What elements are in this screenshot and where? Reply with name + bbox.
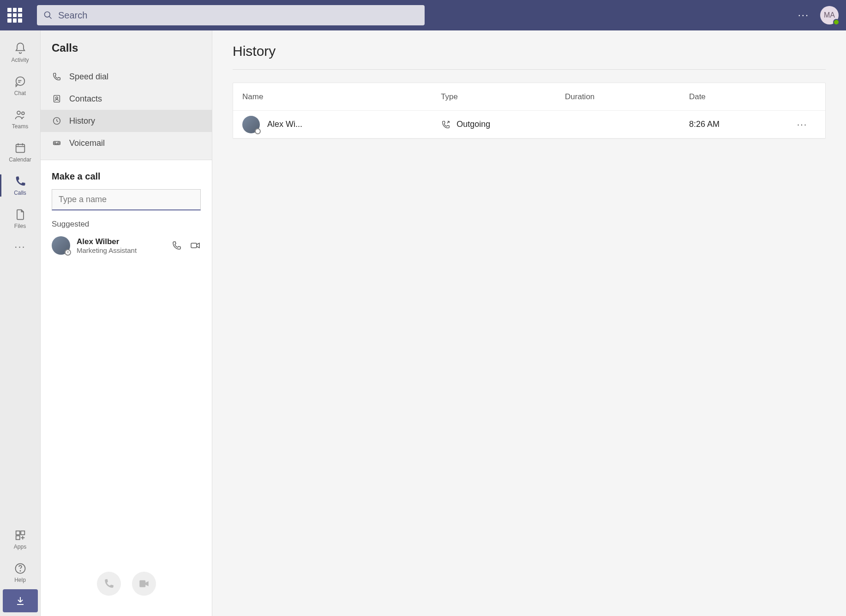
avatar-initials: MA xyxy=(824,11,835,19)
help-icon xyxy=(14,562,27,575)
search-input[interactable] xyxy=(58,10,418,21)
rail-calls[interactable]: Calls xyxy=(0,169,41,202)
download-button[interactable] xyxy=(3,589,38,612)
nav-label: Voicemail xyxy=(69,138,105,148)
teams-icon xyxy=(14,108,27,121)
phone-fill-icon xyxy=(103,578,115,590)
outgoing-call-icon xyxy=(441,120,451,130)
row-type: Outgoing xyxy=(456,120,490,129)
suggested-contact[interactable]: Alex Wilber Marketing Assistant xyxy=(52,236,201,255)
rail-help[interactable]: Help xyxy=(0,556,41,589)
panel-title: Calls xyxy=(52,42,201,54)
col-duration: Duration xyxy=(565,92,689,102)
download-icon xyxy=(15,595,26,606)
video-fill-icon xyxy=(138,578,150,590)
row-more-button[interactable]: ··· xyxy=(788,119,816,130)
row-avatar xyxy=(242,116,260,133)
rail-label: Apps xyxy=(14,544,26,550)
rail-more[interactable]: ··· xyxy=(0,235,41,258)
svg-point-3 xyxy=(17,111,20,114)
profile-avatar[interactable]: MA xyxy=(820,6,839,24)
apps-icon xyxy=(14,529,27,542)
rail-label: Calendar xyxy=(9,156,31,163)
audio-call-button[interactable] xyxy=(97,572,121,596)
search-icon xyxy=(43,11,53,20)
calls-panel: Calls Speed dial Contacts History Voicem… xyxy=(41,30,212,616)
app-launcher-icon[interactable] xyxy=(7,8,22,23)
rail-label: Calls xyxy=(14,190,26,196)
audio-call-icon[interactable] xyxy=(171,240,182,251)
nav-history[interactable]: History xyxy=(41,110,212,132)
col-name: Name xyxy=(242,92,441,102)
nav-voicemail[interactable]: Voicemail xyxy=(41,132,212,154)
search-box[interactable] xyxy=(37,5,425,25)
contact-role: Marketing Assistant xyxy=(77,246,165,254)
suggested-label: Suggested xyxy=(52,220,201,229)
voicemail-icon xyxy=(52,138,62,148)
svg-point-13 xyxy=(20,571,20,571)
rail-files[interactable]: Files xyxy=(0,202,41,235)
presence-offline-icon xyxy=(255,128,261,134)
nav-contacts[interactable]: Contacts xyxy=(41,88,212,110)
contact-avatar xyxy=(52,236,70,255)
file-icon xyxy=(14,208,27,221)
table-row[interactable]: Alex Wi... Outgoing 8:26 AM ··· xyxy=(233,111,825,138)
svg-rect-5 xyxy=(16,144,24,153)
more-icon: ··· xyxy=(14,241,25,253)
svg-rect-21 xyxy=(191,243,197,248)
contact-name: Alex Wilber xyxy=(77,237,165,246)
chat-icon xyxy=(14,75,27,88)
svg-point-4 xyxy=(21,112,24,115)
make-call-title: Make a call xyxy=(52,171,201,182)
rail-teams[interactable]: Teams xyxy=(0,102,41,136)
rail-apps[interactable]: Apps xyxy=(0,523,41,556)
col-date: Date xyxy=(689,92,788,102)
col-type: Type xyxy=(441,92,565,102)
phone-outline-icon xyxy=(52,72,62,82)
topbar: ··· MA xyxy=(0,0,846,30)
app-rail: Activity Chat Teams Calendar Calls Files… xyxy=(0,30,41,616)
nav-speed-dial[interactable]: Speed dial xyxy=(41,66,212,88)
rail-calendar[interactable]: Calendar xyxy=(0,136,41,169)
rail-chat[interactable]: Chat xyxy=(0,69,41,102)
name-input[interactable] xyxy=(52,189,201,210)
make-call-section: Make a call Suggested Alex Wilber Market… xyxy=(41,160,212,616)
svg-point-2 xyxy=(16,77,24,86)
table-header: Name Type Duration Date xyxy=(233,83,825,111)
row-date: 8:26 AM xyxy=(689,120,788,129)
svg-rect-9 xyxy=(16,531,19,535)
bell-icon xyxy=(14,42,27,55)
presence-offline-icon xyxy=(65,249,71,256)
phone-icon xyxy=(14,175,27,188)
video-call-icon[interactable] xyxy=(190,240,201,251)
rail-label: Help xyxy=(14,577,26,583)
calendar-icon xyxy=(14,142,27,155)
svg-point-15 xyxy=(56,97,58,99)
row-name: Alex Wi... xyxy=(267,120,302,129)
video-call-button[interactable] xyxy=(132,572,156,596)
page-title: History xyxy=(233,43,826,70)
history-table: Name Type Duration Date Alex Wi... Outgo… xyxy=(233,83,826,139)
rail-label: Activity xyxy=(11,57,29,63)
svg-line-1 xyxy=(49,17,52,19)
svg-rect-11 xyxy=(16,536,19,539)
nav-label: Contacts xyxy=(69,94,102,104)
rail-label: Chat xyxy=(14,90,26,96)
rail-label: Files xyxy=(14,223,26,229)
content-area: History Name Type Duration Date Alex Wi.… xyxy=(212,30,846,616)
svg-point-0 xyxy=(45,12,50,18)
rail-activity[interactable]: Activity xyxy=(0,36,41,69)
rail-label: Teams xyxy=(12,123,28,130)
presence-available-icon xyxy=(833,19,840,25)
svg-rect-10 xyxy=(21,531,24,535)
nav-label: History xyxy=(69,116,95,126)
history-icon xyxy=(52,116,62,126)
settings-more-icon[interactable]: ··· xyxy=(798,9,809,21)
nav-label: Speed dial xyxy=(69,72,108,82)
contacts-icon xyxy=(52,94,62,104)
